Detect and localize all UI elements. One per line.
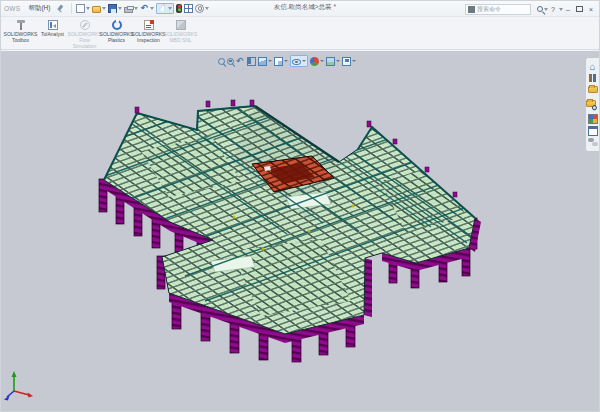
ribbon-button-mbd: SOLIDWORKS MBD SNL xyxy=(165,19,196,43)
zoom-to-fit-button[interactable] xyxy=(218,58,225,65)
tolanalyst-icon xyxy=(48,20,58,30)
appearance-ball-icon xyxy=(310,57,319,66)
ribbon-button-flow-simulation: SOLIDWORKS Flow Simulation xyxy=(69,19,100,49)
chevron-down-icon[interactable] xyxy=(352,60,356,62)
print-button[interactable] xyxy=(124,5,138,13)
heads-up-view-toolbar: ↶ xyxy=(217,54,357,68)
chevron-down-icon[interactable] xyxy=(168,7,172,10)
save-button[interactable] xyxy=(108,4,122,13)
chevron-down-icon[interactable] xyxy=(320,60,324,62)
ribbon-button-label: SOLIDWORKS Inspection xyxy=(132,31,166,43)
chevron-down-icon[interactable] xyxy=(102,7,106,10)
solidworks-resources-tab home-icon[interactable]: ⌂ xyxy=(588,62,598,72)
zoom-to-fit-icon xyxy=(218,58,225,65)
menu-help[interactable]: 帮助(H) xyxy=(24,3,54,14)
close-button[interactable]: × xyxy=(586,3,596,16)
flow-simulation-icon xyxy=(80,20,90,30)
formwork-assembly-model[interactable] xyxy=(1,51,599,411)
file-explorer-tab folder-icon[interactable] xyxy=(588,86,598,93)
reference-triad xyxy=(4,371,33,401)
file-properties-icon xyxy=(184,4,193,13)
options-button[interactable] xyxy=(195,4,209,13)
ribbon-button-toolbox[interactable]: SOLIDWORKS Toolbox xyxy=(5,19,36,43)
zoom-to-area-icon xyxy=(227,58,234,65)
select-button[interactable] xyxy=(156,3,174,14)
print-icon xyxy=(124,7,133,13)
previous-view-icon: ↶ xyxy=(236,57,245,66)
chevron-down-icon[interactable] xyxy=(86,7,90,10)
document-title: 友信.欧尚名城>总装 * xyxy=(274,3,336,12)
eye-icon xyxy=(292,59,301,65)
undo-button[interactable]: ↶ xyxy=(140,4,154,13)
title-bar: OWS 帮助(H) ↶ 友信.欧尚名城>总装 * 搜索命令 ? – × xyxy=(1,1,599,17)
view-settings-icon xyxy=(342,57,351,66)
custom-properties-tab window-icon[interactable] xyxy=(588,126,598,136)
ribbon-button-label: SOLIDWORKS MBD SNL xyxy=(164,31,198,43)
ribbon-button-label: TolAnalyst xyxy=(41,31,64,37)
mbd-icon xyxy=(176,20,186,30)
chevron-down-icon[interactable] xyxy=(268,60,272,62)
zoom-to-area-button[interactable] xyxy=(227,58,234,65)
inspection-icon xyxy=(144,20,154,30)
open-folder-icon xyxy=(92,6,101,13)
display-style-icon xyxy=(274,57,283,66)
minimize-button[interactable]: – xyxy=(563,3,573,16)
display-style-button[interactable] xyxy=(274,57,288,66)
appearances-scenes-tab palette-icon[interactable] xyxy=(588,114,598,124)
file-properties-button[interactable] xyxy=(184,4,193,13)
restore-button[interactable] xyxy=(576,6,583,12)
apply-scene-button[interactable] xyxy=(326,57,340,66)
command-manager-ribbon: SOLIDWORKS Toolbox TolAnalyst SOLIDWORKS… xyxy=(1,18,599,50)
ribbon-button-tolanalyst[interactable]: TolAnalyst xyxy=(37,19,68,37)
ribbon-button-inspection[interactable]: SOLIDWORKS Inspection xyxy=(133,19,164,43)
section-view-icon xyxy=(247,57,256,66)
ribbon-button-label: SOLIDWORKS Toolbox xyxy=(4,31,38,43)
chevron-down-icon[interactable] xyxy=(336,60,340,62)
open-button[interactable] xyxy=(92,4,106,13)
previous-view-button[interactable]: ↶ xyxy=(236,57,245,66)
toolbox-icon xyxy=(16,20,26,30)
search-scope-icon xyxy=(468,6,475,13)
select-arrow-icon xyxy=(158,4,167,13)
ribbon-button-label: SOLIDWORKS Flow Simulation xyxy=(68,31,102,49)
solidworks-forum-tab speech-bubbles-icon[interactable] xyxy=(588,137,598,147)
section-view-button[interactable] xyxy=(247,57,256,66)
gear-icon xyxy=(195,4,204,13)
pin-menu-icon[interactable] xyxy=(56,5,63,12)
traffic-light-icon xyxy=(176,4,182,13)
search-commands-box[interactable]: 搜索命令 xyxy=(465,4,531,15)
edit-appearance-button[interactable] xyxy=(310,57,324,66)
chevron-down-icon[interactable] xyxy=(118,7,122,10)
divider xyxy=(71,3,72,14)
design-library-tab books-icon[interactable] xyxy=(588,73,598,83)
chevron-down-icon[interactable] xyxy=(302,60,306,62)
solidworks-logo-fragment: OWS xyxy=(4,5,20,12)
view-palette-tab folder-search-icon[interactable] xyxy=(586,100,596,107)
rebuild-button[interactable] xyxy=(176,4,182,13)
new-document-icon xyxy=(76,4,85,13)
help-button[interactable]: ? xyxy=(548,3,558,16)
chevron-down-icon[interactable] xyxy=(150,7,154,10)
chevron-down-icon[interactable] xyxy=(284,60,288,62)
scene-icon xyxy=(326,57,335,66)
search-placeholder: 搜索命令 xyxy=(477,5,501,14)
save-icon xyxy=(108,4,117,13)
new-document-button[interactable] xyxy=(76,4,90,13)
hide-show-items-button[interactable] xyxy=(290,55,308,67)
view-cube-icon xyxy=(258,57,267,66)
search-icon[interactable] xyxy=(537,6,543,12)
chevron-down-icon[interactable] xyxy=(205,7,209,10)
undo-icon: ↶ xyxy=(140,4,149,13)
solidworks-window: OWS 帮助(H) ↶ 友信.欧尚名城>总装 * 搜索命令 ? – × xyxy=(0,0,600,412)
task-pane-strip: ⌂ xyxy=(585,57,599,152)
chevron-down-icon[interactable] xyxy=(134,7,138,10)
ribbon-button-plastics[interactable]: SOLIDWORKS Plastics xyxy=(101,19,132,43)
plastics-icon xyxy=(112,20,122,30)
view-settings-button[interactable] xyxy=(342,57,356,66)
graphics-viewport[interactable]: ↶ ⌂ xyxy=(1,51,599,411)
ribbon-button-label: SOLIDWORKS Plastics xyxy=(100,31,134,43)
view-orientation-button[interactable] xyxy=(258,57,272,66)
